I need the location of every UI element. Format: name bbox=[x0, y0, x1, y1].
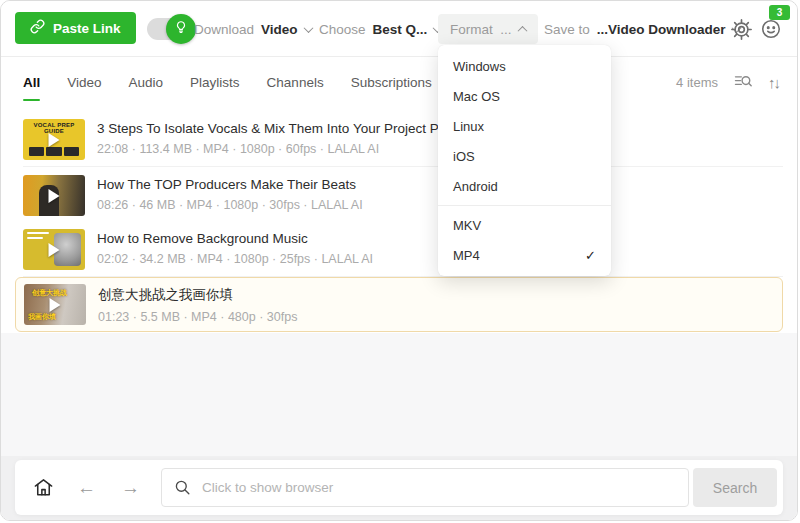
tab-subscriptions[interactable]: Subscriptions bbox=[351, 58, 432, 107]
forward-arrow-icon[interactable]: → bbox=[121, 460, 140, 515]
link-icon bbox=[30, 19, 45, 37]
video-title: 3 Steps To Isolate Vocals & Mix Them Int… bbox=[97, 121, 482, 136]
home-icon[interactable] bbox=[32, 476, 55, 503]
tabs-bar: All Video Audio Playlists Channels Subsc… bbox=[1, 58, 797, 107]
notification-badge: 3 bbox=[769, 5, 790, 20]
filter-search-icon[interactable] bbox=[733, 71, 753, 95]
check-icon: ✓ bbox=[585, 248, 596, 263]
video-thumbnail[interactable] bbox=[23, 229, 85, 270]
paste-link-button[interactable]: Paste Link bbox=[15, 12, 136, 44]
sort-icon[interactable]: ↑↓ bbox=[768, 74, 779, 91]
play-icon bbox=[49, 189, 60, 203]
menu-item-linux[interactable]: Linux bbox=[438, 111, 611, 141]
menu-item-mp4[interactable]: MP4 ✓ bbox=[438, 240, 611, 270]
menu-item-android[interactable]: Android bbox=[438, 171, 611, 201]
play-icon bbox=[49, 243, 60, 257]
save-to-value: ...Video Downloader bbox=[597, 22, 726, 37]
menu-divider bbox=[438, 205, 611, 206]
video-meta: 22:08 · 113.4 MB · MP4 · 1080p · 60fps ·… bbox=[97, 142, 482, 156]
back-arrow-icon[interactable]: ← bbox=[77, 460, 96, 515]
download-type-select[interactable]: Download Video bbox=[194, 1, 312, 57]
download-label: Download bbox=[194, 22, 254, 37]
video-meta: 01:23 · 5.5 MB · MP4 · 480p · 30fps bbox=[98, 310, 297, 324]
thumbnail-caption: 创意大挑战 bbox=[32, 288, 67, 298]
video-row-selected[interactable]: 创意大挑战 我画你填 创意大挑战之我画你填 01:23 · 5.5 MB · M… bbox=[15, 277, 783, 332]
video-thumbnail[interactable] bbox=[23, 175, 85, 216]
format-dropdown-menu: Windows Mac OS Linux iOS Android MKV MP4… bbox=[438, 45, 611, 276]
format-label: Format bbox=[450, 22, 493, 37]
browser-dock: ← → Search bbox=[15, 460, 783, 515]
video-thumbnail[interactable]: 创意大挑战 我画你填 bbox=[24, 284, 86, 325]
video-row[interactable]: How The TOP Producers Make Their Beats 0… bbox=[1, 168, 797, 223]
app-window: Paste Link Download Video Choose Best Q.… bbox=[0, 0, 798, 521]
chevron-up-icon bbox=[518, 25, 528, 35]
settings-gear-icon[interactable] bbox=[731, 19, 752, 44]
browser-search-field bbox=[161, 468, 689, 507]
video-meta: 08:26 · 46 MB · MP4 · 1080p · 30fps · LA… bbox=[97, 198, 363, 212]
paste-link-label: Paste Link bbox=[53, 21, 121, 36]
thumbnail-caption: 我画你填 bbox=[28, 312, 56, 322]
lightbulb-icon bbox=[174, 20, 188, 38]
account-icon[interactable]: 3 bbox=[760, 18, 782, 40]
video-title: How to Remove Background Music bbox=[97, 231, 373, 246]
format-value: ... bbox=[500, 22, 511, 37]
play-icon bbox=[50, 298, 61, 312]
save-to-label: Save to bbox=[544, 22, 590, 37]
choose-label: Choose bbox=[319, 22, 366, 37]
items-count: 4 items bbox=[676, 75, 718, 90]
menu-item-windows[interactable]: Windows bbox=[438, 51, 611, 81]
active-tab-underline bbox=[23, 99, 40, 102]
tab-channels[interactable]: Channels bbox=[267, 58, 324, 107]
tab-audio[interactable]: Audio bbox=[129, 58, 164, 107]
menu-item-mkv[interactable]: MKV bbox=[438, 210, 611, 240]
search-button[interactable]: Search bbox=[693, 468, 777, 507]
video-row[interactable]: VOCAL PREP GUIDE 3 Steps To Isolate Voca… bbox=[1, 112, 797, 167]
video-thumbnail[interactable]: VOCAL PREP GUIDE bbox=[23, 119, 85, 160]
video-title: 创意大挑战之我画你填 bbox=[98, 286, 297, 304]
video-row[interactable]: How to Remove Background Music 02:02 · 3… bbox=[1, 222, 797, 277]
menu-item-macos[interactable]: Mac OS bbox=[438, 81, 611, 111]
toolbar: Paste Link Download Video Choose Best Q.… bbox=[1, 1, 797, 57]
quality-select[interactable]: Choose Best Q... bbox=[319, 1, 441, 57]
video-meta: 02:02 · 34.2 MB · MP4 · 1080p · 25fps · … bbox=[97, 252, 373, 266]
search-icon bbox=[173, 478, 192, 501]
tab-video[interactable]: Video bbox=[67, 58, 101, 107]
download-value: Video bbox=[261, 22, 298, 37]
play-icon bbox=[49, 133, 60, 147]
quality-value: Best Q... bbox=[373, 22, 428, 37]
chevron-down-icon bbox=[303, 23, 313, 33]
format-select[interactable]: Format ... bbox=[438, 14, 538, 44]
smart-mode-toggle[interactable] bbox=[147, 18, 193, 40]
tab-playlists[interactable]: Playlists bbox=[190, 58, 240, 107]
tab-all[interactable]: All bbox=[23, 58, 40, 107]
menu-item-ios[interactable]: iOS bbox=[438, 141, 611, 171]
toggle-knob bbox=[166, 14, 196, 44]
search-input[interactable] bbox=[161, 468, 689, 507]
video-title: How The TOP Producers Make Their Beats bbox=[97, 177, 363, 192]
